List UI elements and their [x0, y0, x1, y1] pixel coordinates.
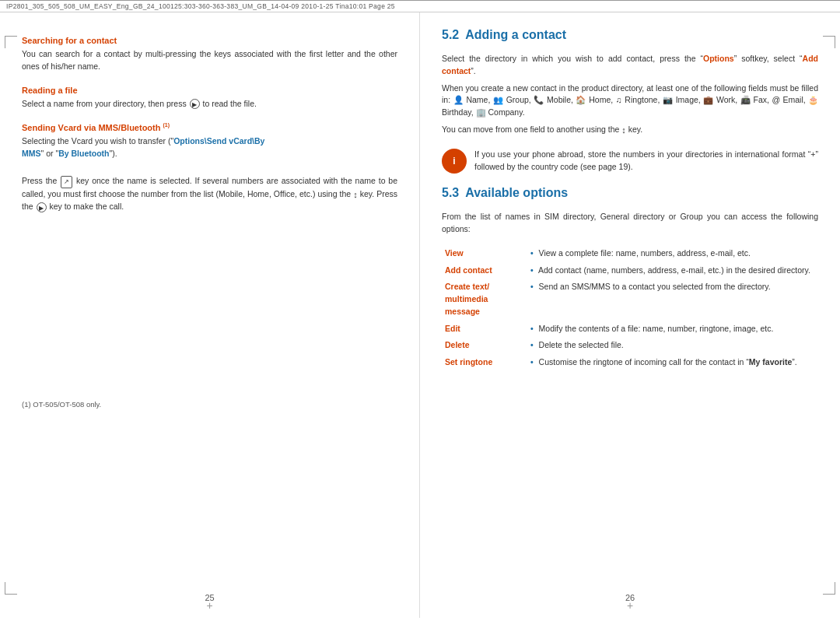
reading-body: Select a name from your directory, then … [22, 98, 397, 111]
option-desc-create-text: • Send an SMS/MMS to a contact you selec… [527, 279, 818, 320]
info-box-text: If you use your phone abroad, store the … [474, 149, 818, 174]
searching-body: You can search for a contact by multi-pr… [22, 48, 397, 73]
field-home-icon: 🏠 [576, 95, 586, 104]
header-bar: IP2801_305_505_508_UM_EASY_Eng_GB_24_100… [0, 0, 840, 12]
field-email-icon: @ [772, 95, 780, 104]
corner-mark-bl [5, 582, 17, 595]
svg-text:i: i [453, 156, 455, 167]
corner-mark-tl [5, 36, 17, 48]
section-53-number: 5.3 [442, 186, 459, 200]
option-desc-set-ringtone: • Customise the ringtone of incoming cal… [527, 354, 818, 371]
field-birthday-icon: 🎂 [808, 95, 818, 104]
section-52-para1: Select the directory in which you wish t… [442, 53, 818, 78]
add-contact-word: Add contact [442, 54, 818, 75]
option-label-create-text: Create text/multimediamessage [442, 279, 527, 320]
field-name-icon: 👤 [453, 95, 464, 104]
left-page: Searching for a contact You can search f… [0, 12, 420, 618]
section-53-header: 5.3 Available options [442, 186, 818, 206]
section-heading-sending: Sending Vcard via MMS/Bluetooth (1) [22, 122, 397, 132]
option-row-delete: Delete • Delete the selected file. [442, 337, 818, 354]
option-row-add-contact: Add contact • Add contact (name, numbers… [442, 262, 818, 279]
corner-mark-tr [823, 36, 835, 48]
field-company-icon: 🏢 [476, 107, 486, 117]
option-label-add-contact: Add contact [442, 262, 527, 279]
option-desc-add-contact: • Add contact (name, numbers, address, e… [527, 262, 818, 279]
field-group-icon: 👥 [493, 95, 504, 104]
section-52-header: 5.2 Adding a contact [442, 28, 818, 48]
main-content: Searching for a contact You can search f… [0, 12, 840, 618]
call-key-icon: ↗ [61, 176, 72, 188]
section-52-para2: When you create a new contact in the pro… [442, 82, 818, 119]
option-row-edit: Edit • Modify the contents of a file: na… [442, 321, 818, 338]
center-mark-bottom-left [206, 599, 212, 612]
ok-icon: ▶ [190, 99, 200, 109]
option-desc-edit: • Modify the contents of a file: name, n… [527, 321, 818, 338]
field-image-icon: 📷 [663, 95, 674, 104]
section-52-para3: You can move from one field to another u… [442, 124, 818, 137]
option-desc-delete: • Delete the selected file. [527, 337, 818, 354]
info-box: i If you use your phone abroad, store th… [442, 149, 818, 174]
option-label-edit: Edit [442, 321, 527, 338]
option-label-delete: Delete [442, 337, 527, 354]
section-heading-reading: Reading a file [22, 86, 397, 95]
corner-mark-br [823, 582, 835, 595]
bullet-edit: • [530, 324, 534, 333]
section-53-title: Available options [465, 186, 568, 200]
field-work-icon: 💼 [703, 95, 714, 104]
bullet-set-ringtone: • [530, 357, 534, 367]
section-52-title: Adding a contact [465, 28, 566, 42]
option-row-view: View • View a complete file: name, numbe… [442, 245, 818, 262]
option-label-set-ringtone: Set ringtone [442, 354, 527, 371]
options-table: View • View a complete file: name, numbe… [442, 245, 818, 371]
updown-arrow-icon: ↕ [621, 124, 626, 137]
section-heading-searching: Searching for a contact [22, 36, 397, 45]
by-bluetooth-text: By Bluetooth [58, 149, 109, 158]
options-word: Options [703, 54, 734, 63]
option-row-create-text: Create text/multimediamessage • Send an … [442, 279, 818, 320]
right-page: 5.2 Adding a contact Select the director… [420, 12, 840, 618]
option-desc-view: • View a complete file: name, numbers, a… [527, 245, 818, 262]
option-label-view: View [442, 245, 527, 262]
field-mobile-icon: 📞 [534, 95, 544, 104]
ok-icon-2: ▶ [37, 202, 47, 212]
making-body: Press the ↗ key once the name is selecte… [22, 175, 397, 212]
my-favorite-text: My favorite [749, 357, 792, 367]
center-mark-bottom-right [627, 599, 633, 612]
field-fax-icon: 📠 [740, 95, 751, 104]
bullet-delete: • [530, 340, 534, 349]
arrow-up-down-icon: ↕ [353, 188, 358, 202]
bullet-add-contact: • [530, 265, 534, 275]
bullet-create-text: • [530, 282, 534, 291]
option-row-set-ringtone: Set ringtone • Customise the ringtone of… [442, 354, 818, 371]
bullet-view: • [530, 248, 534, 258]
footnote: (1) OT-505/OT-508 only. [22, 394, 397, 409]
section-52-number: 5.2 [442, 28, 459, 42]
info-icon: i [442, 149, 467, 174]
field-ringtone-icon: ♫ [616, 95, 622, 104]
header-text: IP2801_305_505_508_UM_EASY_Eng_GB_24_100… [6, 2, 395, 10]
sending-body: Selecting the Vcard you wish to transfer… [22, 135, 397, 160]
info-svg-icon: i [446, 153, 462, 169]
superscript-1: (1) [163, 122, 170, 128]
section-53-intro: From the list of names in SIM directory,… [442, 211, 818, 236]
